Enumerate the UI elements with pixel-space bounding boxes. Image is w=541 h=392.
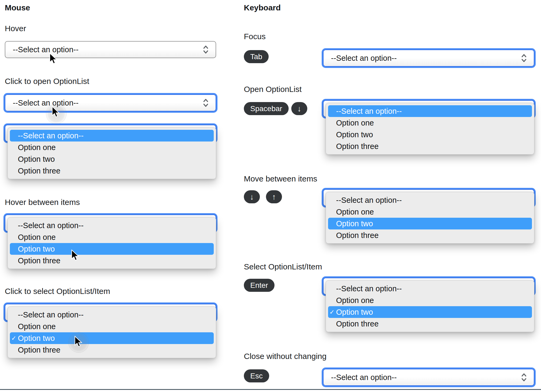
option-item-selected[interactable]: ✓ Option two xyxy=(328,306,532,318)
option-item[interactable]: Option one xyxy=(328,206,532,218)
option-item[interactable]: --Select an option-- xyxy=(10,130,214,142)
option-item[interactable]: Option two xyxy=(10,243,214,255)
option-label: Option one xyxy=(336,119,374,127)
option-item[interactable]: Option three xyxy=(10,165,214,177)
open-select-click: --Select an option-- Option one Option t… xyxy=(5,125,217,181)
mouse-cursor-icon xyxy=(51,106,60,118)
open-select-click-select: --Select an option-- Option one ✓ Option… xyxy=(5,304,217,360)
option-item[interactable]: Option one xyxy=(10,321,214,332)
keycap-arrow-up: ↑ xyxy=(266,190,282,203)
mouse-cursor-icon xyxy=(71,249,80,262)
option-item[interactable]: Option three xyxy=(328,140,532,152)
option-label: --Select an option-- xyxy=(336,196,402,205)
option-label: Option three xyxy=(18,256,60,265)
open-select-hover-items: --Select an option-- Option one Option t… xyxy=(5,215,217,271)
section-label-click-select: Click to select OptionList/Item xyxy=(5,287,110,296)
option-label: Option three xyxy=(18,346,60,354)
keycap-arrow-down: ↓ xyxy=(291,102,307,115)
select-value: --Select an option-- xyxy=(13,99,79,107)
option-item[interactable]: Option two xyxy=(328,129,532,140)
option-label: Option three xyxy=(336,142,379,151)
mouse-cursor-icon xyxy=(74,336,83,348)
option-item[interactable]: Option one xyxy=(328,294,532,306)
option-item[interactable]: Option one xyxy=(328,117,532,129)
page: Mouse Hover --Select an option-- Click t… xyxy=(0,0,541,392)
section-label-move: Move between items xyxy=(244,174,317,183)
option-item[interactable]: --Select an option-- xyxy=(10,220,214,231)
option-item[interactable]: --Select an option-- xyxy=(328,283,532,294)
updown-chevron-icon xyxy=(520,372,528,382)
option-label: --Select an option-- xyxy=(18,131,84,140)
check-icon: ✓ xyxy=(329,309,334,316)
option-label: Option three xyxy=(336,231,379,240)
keycap-arrow-down: ↓ xyxy=(244,190,260,203)
option-label: Option one xyxy=(18,322,56,331)
option-label: --Select an option-- xyxy=(336,284,402,293)
select-focused-tab[interactable]: --Select an option-- xyxy=(323,50,534,67)
section-label-open-optionlist: Open OptionList xyxy=(244,85,302,94)
option-item[interactable]: Option three xyxy=(10,344,214,356)
open-select-keyboard-move: --Select an option-- Option one Option t… xyxy=(323,189,535,246)
option-label: Option three xyxy=(18,167,60,175)
updown-chevron-icon xyxy=(202,98,210,108)
option-label: Option two xyxy=(18,334,55,343)
option-label: --Select an option-- xyxy=(336,107,402,116)
keycap-tab: Tab xyxy=(244,50,269,63)
option-label: Option two xyxy=(336,219,373,228)
keyboard-column-title: Keyboard xyxy=(244,3,281,12)
option-label: --Select an option-- xyxy=(18,310,84,319)
updown-chevron-icon xyxy=(202,45,210,55)
option-item[interactable]: Option one xyxy=(10,231,214,243)
keycap-esc: Esc xyxy=(244,369,269,382)
option-label: Option two xyxy=(336,308,373,317)
option-label: Option two xyxy=(18,155,55,164)
select-focused-click[interactable]: --Select an option-- xyxy=(5,94,216,111)
option-item[interactable]: Option three xyxy=(328,229,532,241)
section-label-close: Close without changing xyxy=(244,352,326,361)
keycap-spacebar: Spacebar xyxy=(244,102,289,115)
option-label: Option one xyxy=(18,233,56,242)
option-item[interactable]: Option three xyxy=(328,318,532,330)
option-label: --Select an option-- xyxy=(18,221,84,230)
option-item[interactable]: Option one xyxy=(10,142,214,153)
option-item-selected[interactable]: ✓ Option two xyxy=(10,332,214,344)
updown-chevron-icon xyxy=(520,53,528,63)
select-hover[interactable]: --Select an option-- xyxy=(5,41,216,58)
option-label: Option one xyxy=(18,143,56,152)
keycap-enter: Enter xyxy=(244,279,274,292)
optionlist-popup: --Select an option-- Option one Option t… xyxy=(326,192,534,244)
option-item[interactable]: --Select an option-- xyxy=(10,309,214,321)
check-icon: ✓ xyxy=(11,335,16,342)
optionlist-popup: --Select an option-- Option one ✓ Option… xyxy=(7,306,216,358)
select-value: --Select an option-- xyxy=(331,54,397,63)
open-select-keyboard-select: --Select an option-- Option one ✓ Option… xyxy=(323,278,535,334)
select-focused-esc[interactable]: --Select an option-- xyxy=(323,369,534,386)
section-label-focus: Focus xyxy=(244,32,266,41)
option-item[interactable]: Option three xyxy=(10,255,214,266)
option-item[interactable]: Option two xyxy=(10,153,214,165)
option-label: Option three xyxy=(336,320,379,328)
option-label: Option one xyxy=(336,296,374,305)
mouse-cursor-icon xyxy=(49,53,58,65)
select-value: --Select an option-- xyxy=(13,45,79,54)
option-item[interactable]: --Select an option-- xyxy=(328,105,532,117)
select-value: --Select an option-- xyxy=(331,373,397,382)
option-label: Option one xyxy=(336,208,374,216)
optionlist-popup: --Select an option-- Option one Option t… xyxy=(326,103,534,155)
open-select-keyboard-open: --Select an option-- Option one Option t… xyxy=(323,100,535,157)
optionlist-popup: --Select an option-- Option one ✓ Option… xyxy=(326,280,534,332)
section-label-click-open: Click to open OptionList xyxy=(5,77,89,86)
option-item[interactable]: Option two xyxy=(328,218,532,229)
optionlist-popup: --Select an option-- Option one Option t… xyxy=(7,217,216,269)
section-label-select-item: Select OptionList/Item xyxy=(244,262,322,271)
option-item[interactable]: --Select an option-- xyxy=(328,194,532,206)
bottom-divider xyxy=(0,389,541,390)
section-label-hover-between: Hover between items xyxy=(5,198,80,207)
mouse-column-title: Mouse xyxy=(5,3,30,12)
option-label: Option two xyxy=(18,245,55,253)
option-label: Option two xyxy=(336,130,373,139)
section-label-hover: Hover xyxy=(5,24,26,33)
optionlist-popup: --Select an option-- Option one Option t… xyxy=(7,127,216,179)
